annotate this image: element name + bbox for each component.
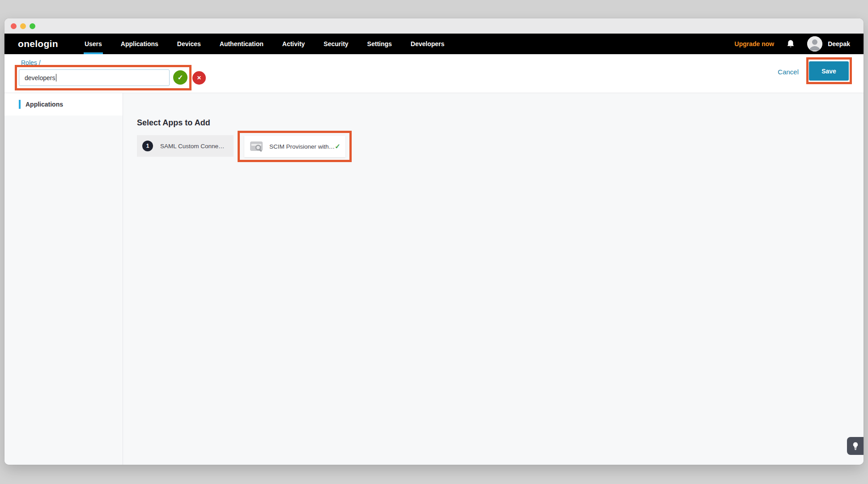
- connector-app-icon: [250, 141, 264, 152]
- check-icon: ✓: [178, 73, 183, 81]
- app-card-scim-provisioner[interactable]: SCIM Provisioner with… ✓: [244, 136, 345, 157]
- save-button[interactable]: Save: [809, 61, 849, 81]
- top-navbar: onelogin Users Applications Devices Auth…: [4, 34, 864, 54]
- notifications-bell-icon[interactable]: [787, 39, 795, 48]
- role-edit-toolbar: Roles / developers ✓ ✕ Cancel Save: [4, 54, 864, 93]
- nav-item-settings[interactable]: Settings: [358, 34, 401, 54]
- close-window-button[interactable]: [11, 23, 17, 29]
- nav-item-devices[interactable]: Devices: [168, 34, 210, 54]
- app-number-badge: 1: [142, 141, 153, 151]
- reject-rename-button[interactable]: ✕: [192, 71, 206, 85]
- selected-check-icon: ✓: [335, 142, 340, 150]
- lightbulb-icon: [852, 442, 859, 450]
- nav-item-applications[interactable]: Applications: [111, 34, 168, 54]
- minimize-window-button[interactable]: [20, 23, 26, 29]
- page-title: Select Apps to Add: [137, 118, 210, 128]
- cancel-button[interactable]: Cancel: [778, 68, 799, 76]
- confirm-rename-button[interactable]: ✓: [173, 70, 187, 85]
- onelogin-logo[interactable]: onelogin: [18, 34, 58, 54]
- app-window: onelogin Users Applications Devices Auth…: [4, 18, 864, 465]
- nav-item-security[interactable]: Security: [314, 34, 357, 54]
- username-label: Deepak: [828, 40, 850, 47]
- breadcrumb[interactable]: Roles /: [21, 59, 41, 66]
- sidebar-item-applications[interactable]: Applications: [4, 93, 123, 116]
- help-lightbulb-button[interactable]: [847, 437, 864, 455]
- nav-item-authentication[interactable]: Authentication: [210, 34, 273, 54]
- nav-item-activity[interactable]: Activity: [273, 34, 315, 54]
- nav-item-users[interactable]: Users: [75, 34, 111, 54]
- role-sidebar: Applications: [4, 93, 123, 465]
- window-titlebar: [4, 18, 864, 34]
- primary-nav: Users Applications Devices Authenticatio…: [75, 34, 454, 54]
- nav-item-developers[interactable]: Developers: [401, 34, 454, 54]
- app-card-saml-custom-connector[interactable]: 1 SAML Custom Conne…: [137, 135, 234, 157]
- user-menu[interactable]: Deepak: [807, 36, 850, 51]
- navbar-right: Upgrade now Deepak: [735, 34, 850, 54]
- user-avatar[interactable]: [807, 36, 822, 51]
- content-area: Applications Select Apps to Add 1 SAML C…: [4, 93, 864, 465]
- text-caret: [56, 74, 57, 81]
- close-icon: ✕: [197, 75, 201, 81]
- main-panel: Select Apps to Add 1 SAML Custom Conne… …: [123, 93, 864, 465]
- role-name-input[interactable]: developers: [19, 69, 170, 86]
- active-indicator-bar: [19, 100, 21, 109]
- upgrade-now-link[interactable]: Upgrade now: [735, 40, 774, 47]
- zoom-window-button[interactable]: [30, 23, 35, 29]
- role-name-value: developers: [25, 74, 55, 81]
